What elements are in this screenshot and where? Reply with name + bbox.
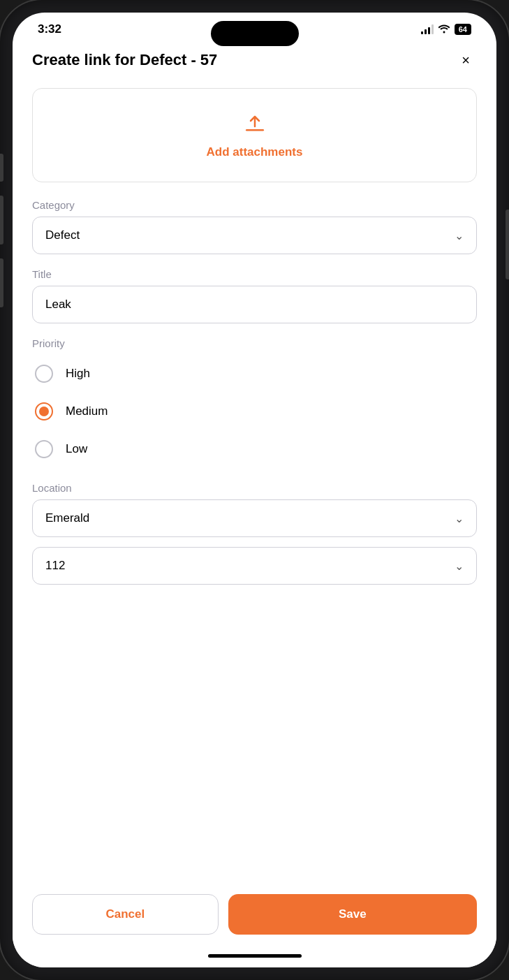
priority-label: Priority (32, 337, 477, 349)
save-button[interactable]: Save (228, 894, 477, 935)
signal-icon (421, 24, 434, 34)
modal-content: Create link for Defect - 57 × Add attach… (13, 42, 496, 883)
dynamic-island (211, 21, 299, 46)
location-dropdown[interactable]: Emerald ⌄ (32, 499, 477, 537)
bottom-buttons: Cancel Save (13, 883, 496, 949)
chevron-down-icon: ⌄ (455, 229, 464, 242)
volume-down-button (0, 258, 3, 307)
priority-high-radio[interactable] (35, 365, 53, 383)
category-value: Defect (45, 228, 80, 242)
location-label: Location (32, 482, 477, 494)
modal-header: Create link for Defect - 57 × (32, 42, 477, 88)
title-label: Title (32, 268, 477, 280)
modal-title: Create link for Defect - 57 (32, 51, 217, 69)
priority-high-option[interactable]: High (32, 355, 477, 393)
phone-frame: 3:32 64 (0, 0, 509, 980)
status-time: 3:32 (38, 22, 61, 36)
status-bar: 3:32 64 (13, 13, 496, 42)
category-dropdown[interactable]: Defect ⌄ (32, 217, 477, 254)
priority-medium-radio[interactable] (35, 402, 53, 420)
priority-section: Priority High Medium Low (32, 337, 477, 468)
svg-rect-0 (246, 129, 264, 131)
close-button[interactable]: × (455, 49, 477, 71)
cancel-button[interactable]: Cancel (32, 894, 219, 935)
power-button (506, 210, 509, 279)
location-field-group: Location Emerald ⌄ 112 ⌄ (32, 482, 477, 585)
title-input[interactable] (32, 286, 477, 323)
category-field-group: Category Defect ⌄ (32, 199, 477, 254)
battery-icon: 64 (455, 24, 471, 35)
category-label: Category (32, 199, 477, 211)
priority-low-radio[interactable] (35, 440, 53, 458)
home-indicator (13, 949, 496, 967)
priority-medium-option[interactable]: Medium (32, 393, 477, 430)
location-sub-dropdown[interactable]: 112 ⌄ (32, 547, 477, 585)
volume-up-button (0, 196, 3, 244)
upload-icon (244, 111, 266, 138)
priority-low-option[interactable]: Low (32, 430, 477, 468)
title-field-group: Title (32, 268, 477, 323)
location-value: Emerald (45, 511, 89, 525)
upload-area[interactable]: Add attachments (32, 88, 477, 182)
home-bar (208, 954, 302, 958)
status-icons: 64 (421, 24, 471, 36)
location-sub-value: 112 (45, 559, 65, 573)
chevron-down-icon-3: ⌄ (455, 560, 464, 573)
phone-screen: 3:32 64 (13, 13, 496, 967)
priority-high-label: High (66, 367, 90, 381)
priority-medium-label: Medium (66, 404, 108, 418)
chevron-down-icon-2: ⌄ (455, 512, 464, 525)
volume-silent-button (0, 154, 3, 182)
upload-text: Add attachments (207, 145, 303, 159)
radio-selected-indicator (39, 407, 49, 416)
priority-low-label: Low (66, 442, 87, 456)
wifi-icon (438, 24, 450, 36)
